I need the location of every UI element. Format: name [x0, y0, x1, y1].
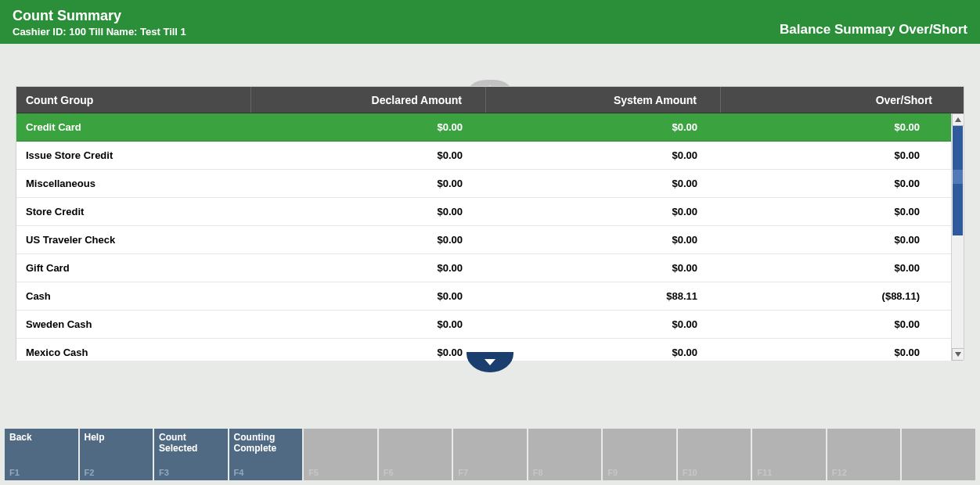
scrollbar-grip	[953, 170, 963, 184]
header-right-label: Balance Summary Over/Short	[780, 22, 967, 38]
fkey-disabled: F10	[678, 429, 751, 480]
cell-declared: $0.00	[251, 198, 486, 225]
cell-overshort: $0.00	[721, 170, 951, 197]
fkey-button[interactable]: HelpF2	[80, 429, 153, 480]
cell-declared: $0.00	[251, 142, 486, 169]
cell-group: Store Credit	[16, 198, 251, 225]
scrollbar[interactable]	[951, 113, 964, 361]
fkey-button[interactable]: Counting CompleteF4	[229, 429, 303, 480]
fkey-number: F12	[832, 468, 847, 477]
cell-declared: $0.00	[251, 311, 486, 338]
fkey-button[interactable]: Count SelectedF3	[154, 429, 228, 480]
col-header-group: Count Group	[16, 87, 251, 113]
cell-declared: $0.00	[251, 226, 486, 253]
svg-marker-1	[955, 117, 961, 122]
fkey-number: F5	[308, 468, 319, 477]
cell-system: $0.00	[486, 170, 721, 197]
fkey-number: F11	[757, 468, 772, 477]
table-row[interactable]: Gift Card$0.00$0.00$0.00	[16, 254, 951, 282]
triangle-up-icon	[955, 117, 961, 122]
cell-overshort: $0.00	[721, 254, 951, 282]
table-row[interactable]: Credit Card$0.00$0.00$0.00	[16, 113, 951, 142]
scrollbar-down-button[interactable]	[952, 348, 964, 361]
cell-system: $0.00	[486, 339, 721, 361]
cell-group: Credit Card	[16, 113, 251, 141]
table-body-wrap: Credit Card$0.00$0.00$0.00Issue Store Cr…	[16, 113, 964, 361]
svg-marker-2	[955, 352, 961, 357]
cell-overshort: $0.00	[721, 113, 951, 141]
chevron-down-icon	[485, 359, 495, 365]
fkey-number: F6	[384, 468, 394, 477]
cell-system: $0.00	[486, 198, 721, 225]
table-row[interactable]: Cash$0.00$88.11($88.11)	[16, 282, 951, 311]
cell-declared: $0.00	[251, 254, 486, 282]
svg-marker-3	[485, 359, 495, 365]
fkey-number: F10	[683, 468, 697, 477]
fkey-number: F8	[533, 468, 543, 477]
cell-declared: $0.00	[251, 170, 486, 197]
fkey-disabled: F5	[304, 429, 377, 480]
table-row[interactable]: Store Credit$0.00$0.00$0.00	[16, 198, 951, 226]
table-row[interactable]: US Traveler Check$0.00$0.00$0.00	[16, 226, 951, 254]
count-table: Count Group Declared Amount System Amoun…	[16, 86, 964, 360]
cell-overshort: $0.00	[721, 142, 951, 169]
cell-system: $0.00	[486, 142, 721, 169]
col-header-declared: Declared Amount	[251, 87, 486, 113]
cell-overshort: $0.00	[721, 339, 951, 361]
cell-system: $0.00	[486, 254, 721, 282]
cell-system: $0.00	[486, 226, 721, 253]
col-header-system: System Amount	[486, 87, 721, 113]
table-row[interactable]: Issue Store Credit$0.00$0.00$0.00	[16, 142, 951, 170]
cell-group: Mexico Cash	[16, 339, 251, 361]
cell-system: $0.00	[486, 311, 721, 338]
cell-group: Miscellaneous	[16, 170, 251, 197]
fkey-label: Help	[85, 432, 149, 443]
cell-group: Sweden Cash	[16, 311, 251, 338]
content-area: Count Group Declared Amount System Amoun…	[16, 86, 964, 375]
cell-declared: $0.00	[251, 113, 486, 141]
fkey-number: F3	[159, 468, 169, 477]
cell-group: Gift Card	[16, 254, 251, 282]
fkey-button[interactable]: BackF1	[5, 429, 78, 480]
scrollbar-up-button[interactable]	[952, 113, 964, 126]
cell-overshort: ($88.11)	[721, 282, 951, 310]
header-bar: Count Summary Cashier ID: 100 Till Name:…	[0, 0, 980, 44]
triangle-down-icon	[955, 352, 961, 357]
fkey-label: Back	[9, 432, 74, 443]
cell-system: $0.00	[486, 113, 721, 141]
table-row[interactable]: Miscellaneous$0.00$0.00$0.00	[16, 170, 951, 198]
fkey-number: F4	[234, 468, 244, 477]
fkey-number: F2	[85, 468, 95, 477]
cell-overshort: $0.00	[721, 226, 951, 253]
cell-group: Issue Store Credit	[16, 142, 251, 169]
fkey-label: Counting Complete	[234, 432, 298, 454]
cell-group: US Traveler Check	[16, 226, 251, 253]
cell-declared: $0.00	[251, 282, 486, 310]
fkey-disabled: F8	[528, 429, 602, 480]
table-row[interactable]: Sweden Cash$0.00$0.00$0.00	[16, 311, 951, 339]
fkey-number: F1	[9, 468, 20, 477]
fkey-disabled: F7	[453, 429, 527, 480]
col-header-overshort: Over/Short	[721, 87, 964, 113]
cell-overshort: $0.00	[721, 198, 951, 225]
fkey-number: F9	[607, 468, 618, 477]
fkey-disabled: F11	[752, 429, 826, 480]
function-key-bar: BackF1HelpF2Count SelectedF3Counting Com…	[0, 429, 980, 480]
cell-system: $88.11	[486, 282, 721, 310]
table-header: Count Group Declared Amount System Amoun…	[16, 87, 964, 113]
fkey-disabled: F12	[827, 429, 901, 480]
scroll-down-tab[interactable]	[467, 352, 513, 372]
fkey-disabled	[902, 429, 975, 480]
fkey-disabled: F9	[603, 429, 676, 480]
cell-declared: $0.00	[251, 339, 486, 361]
fkey-number: F7	[458, 468, 468, 477]
cell-overshort: $0.00	[721, 311, 951, 338]
table-body: Credit Card$0.00$0.00$0.00Issue Store Cr…	[16, 113, 951, 361]
fkey-disabled: F6	[379, 429, 452, 480]
cell-group: Cash	[16, 282, 251, 310]
fkey-label: Count Selected	[159, 432, 223, 454]
